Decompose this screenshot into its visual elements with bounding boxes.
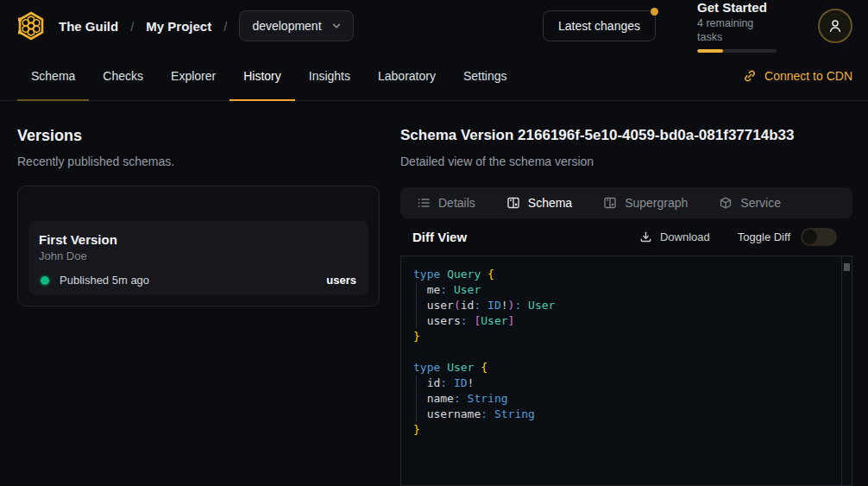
notification-dot: [651, 8, 658, 16]
tab-details-label: Details: [438, 196, 475, 210]
breadcrumb-separator: /: [223, 19, 227, 34]
diff-view-title: Diff View: [412, 230, 467, 244]
versions-list-card: First Version John Doe Published 5m ago …: [17, 186, 380, 306]
latest-changes-label: Latest changes: [558, 19, 640, 33]
toggle-diff-switch[interactable]: [801, 228, 837, 246]
nav-tab-explorer[interactable]: Explorer: [157, 52, 230, 100]
nav-tab-checks[interactable]: Checks: [89, 52, 157, 100]
code-line: name: String: [413, 391, 831, 407]
detail-tabs: Details Schema S: [400, 187, 852, 218]
tab-service-label: Service: [740, 196, 781, 210]
code-line: username: String: [413, 407, 831, 422]
toggle-diff-label: Toggle Diff: [738, 230, 790, 243]
get-started-subtitle: 4 remaining tasks: [697, 16, 777, 44]
breadcrumb: The Guild / My Project /: [59, 19, 227, 34]
scrollbar-track-border: [841, 256, 842, 485]
nav-tab-settings[interactable]: Settings: [450, 52, 521, 100]
app-header: The Guild / My Project / development Lat…: [0, 0, 868, 52]
code-line: [413, 344, 831, 360]
code-line: me: User: [413, 282, 831, 298]
nav-tab-insights[interactable]: Insights: [295, 52, 364, 100]
code-line: users: [User]: [413, 313, 831, 329]
connect-to-cdn-label: Connect to CDN: [764, 69, 852, 83]
tab-details[interactable]: Details: [417, 196, 475, 210]
version-service-badge: users: [326, 274, 356, 287]
link-icon: [743, 69, 757, 83]
latest-changes-button[interactable]: Latest changes: [543, 10, 656, 41]
environment-select[interactable]: development: [239, 10, 353, 41]
cube-icon: [719, 196, 733, 210]
connect-to-cdn-link[interactable]: Connect to CDN: [743, 52, 852, 100]
get-started-widget[interactable]: Get Started 4 remaining tasks: [697, 0, 777, 53]
chevron-down-icon: [330, 20, 343, 32]
nav-tab-laboratory[interactable]: Laboratory: [364, 52, 450, 100]
user-avatar[interactable]: [818, 9, 852, 43]
download-label: Download: [660, 230, 710, 243]
code-line: type Query {: [413, 267, 831, 282]
tab-service[interactable]: Service: [719, 196, 781, 210]
get-started-title: Get Started: [697, 0, 777, 16]
version-author: John Doe: [39, 249, 356, 263]
versions-title: Versions: [17, 126, 380, 145]
schema-version-panel: Schema Version 2166196f-5e10-4059-bd0a-0…: [400, 126, 852, 486]
versions-subtitle: Recently published schemas.: [17, 154, 380, 169]
published-status-icon: [41, 276, 49, 285]
toggle-knob: [802, 230, 817, 244]
download-button[interactable]: Download: [639, 230, 710, 243]
breadcrumb-project[interactable]: My Project: [146, 19, 211, 34]
version-list-item[interactable]: First Version John Doe Published 5m ago …: [28, 221, 368, 295]
version-title: First Version: [39, 232, 356, 248]
list-icon: [417, 196, 431, 210]
code-line: id: ID!: [413, 376, 831, 391]
code-line: type User {: [413, 360, 831, 376]
tab-schema-label: Schema: [528, 196, 572, 210]
code-line: }: [413, 329, 831, 344]
breadcrumb-separator: /: [130, 19, 134, 34]
code-line: user(id: ID!): User: [413, 298, 831, 313]
tab-schema[interactable]: Schema: [506, 196, 572, 210]
guild-logo-icon[interactable]: [14, 9, 48, 43]
tab-supergraph-label: Supergraph: [625, 196, 688, 210]
schema-sdl-code: type Query {me: Useruser(id: ID!): Useru…: [401, 256, 852, 438]
columns-icon: [603, 196, 617, 210]
user-icon: [827, 18, 843, 34]
version-status: Published 5m ago: [60, 274, 149, 287]
columns-icon: [506, 196, 520, 210]
schema-code-editor[interactable]: type Query {me: Useruser(id: ID!): Useru…: [400, 256, 852, 486]
nav-spacer: [521, 52, 744, 100]
download-icon: [639, 230, 652, 243]
scrollbar-thumb[interactable]: [844, 263, 850, 271]
tab-supergraph[interactable]: Supergraph: [603, 196, 688, 210]
code-line: }: [413, 422, 831, 438]
nav-tab-schema[interactable]: Schema: [17, 52, 89, 100]
version-status-row: Published 5m ago users: [39, 274, 356, 287]
diff-view-actions: Download Toggle Diff: [639, 228, 852, 246]
environment-select-value: development: [252, 19, 321, 33]
schema-version-subtitle: Detailed view of the schema version: [400, 154, 852, 169]
versions-panel: Versions Recently published schemas. Fir…: [17, 126, 380, 306]
nav-tab-history[interactable]: History: [230, 52, 295, 100]
primary-nav: Schema Checks Explorer History Insights …: [0, 52, 868, 101]
schema-version-title: Schema Version 2166196f-5e10-4059-bd0a-0…: [400, 126, 852, 145]
diff-view-toolbar: Diff View Download Toggle Diff: [400, 218, 852, 256]
breadcrumb-org[interactable]: The Guild: [59, 19, 118, 34]
